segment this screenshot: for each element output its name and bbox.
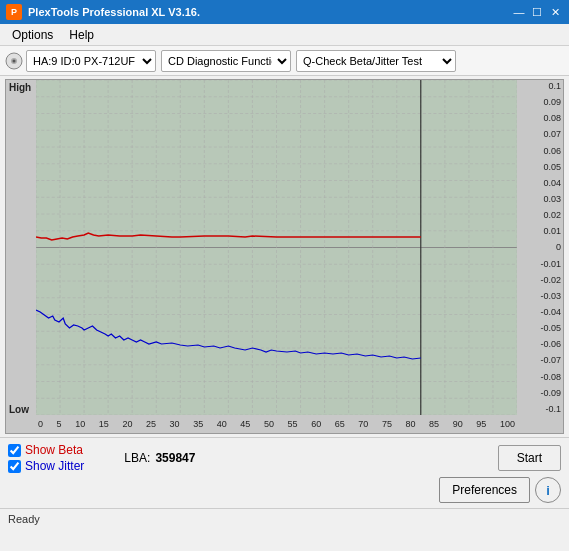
info-button[interactable]: i bbox=[535, 477, 561, 503]
lba-section: LBA: 359847 bbox=[124, 451, 195, 465]
y-axis-labels: 0.1 0.09 0.08 0.07 0.06 0.05 0.04 0.03 0… bbox=[519, 80, 561, 415]
show-jitter-label: Show Jitter bbox=[25, 459, 84, 473]
function-select[interactable]: CD Diagnostic Functions bbox=[161, 50, 291, 72]
show-beta-label: Show Beta bbox=[25, 443, 83, 457]
x-axis-labels: 0 5 10 15 20 25 30 35 40 45 50 55 60 65 … bbox=[36, 415, 517, 433]
status-bar: Ready bbox=[0, 508, 569, 528]
close-button[interactable]: ✕ bbox=[547, 4, 563, 20]
svg-point-2 bbox=[13, 59, 16, 62]
menu-options[interactable]: Options bbox=[4, 26, 61, 44]
start-button[interactable]: Start bbox=[498, 445, 561, 471]
lba-value: 359847 bbox=[155, 451, 195, 465]
menu-help[interactable]: Help bbox=[61, 26, 102, 44]
maximize-button[interactable]: ☐ bbox=[529, 4, 545, 20]
test-select[interactable]: Q-Check Beta/Jitter Test bbox=[296, 50, 456, 72]
bottom-row1: Show Beta Show Jitter LBA: 359847 Start bbox=[8, 443, 561, 473]
show-jitter-checkbox[interactable] bbox=[8, 460, 21, 473]
drive-icon bbox=[5, 52, 23, 70]
app-icon: P bbox=[6, 4, 22, 20]
title-bar-left: P PlexTools Professional XL V3.16. bbox=[6, 4, 200, 20]
minimize-button[interactable]: — bbox=[511, 4, 527, 20]
lba-label: LBA: bbox=[124, 451, 150, 465]
preferences-button[interactable]: Preferences bbox=[439, 477, 530, 503]
menu-bar: Options Help bbox=[0, 24, 569, 46]
bottom-left: Show Beta Show Jitter LBA: 359847 bbox=[8, 443, 195, 473]
chart-svg bbox=[36, 80, 517, 415]
bottom-panel: Show Beta Show Jitter LBA: 359847 Start … bbox=[0, 437, 569, 508]
drive-select[interactable]: HA:9 ID:0 PX-712UF bbox=[26, 50, 156, 72]
y-label-low: Low bbox=[9, 404, 29, 415]
bottom-buttons: Preferences i bbox=[8, 477, 561, 503]
status-text: Ready bbox=[8, 513, 40, 525]
title-bar: P PlexTools Professional XL V3.16. — ☐ ✕ bbox=[0, 0, 569, 24]
show-jitter-row: Show Jitter bbox=[8, 459, 84, 473]
toolbar: HA:9 ID:0 PX-712UF CD Diagnostic Functio… bbox=[0, 46, 569, 76]
show-beta-checkbox[interactable] bbox=[8, 444, 21, 457]
title-bar-controls: — ☐ ✕ bbox=[511, 4, 563, 20]
y-label-high: High bbox=[9, 82, 31, 93]
show-beta-row: Show Beta bbox=[8, 443, 84, 457]
window-title: PlexTools Professional XL V3.16. bbox=[28, 6, 200, 18]
toolbar-drive: HA:9 ID:0 PX-712UF bbox=[5, 50, 156, 72]
chart-wrapper: High Low 0.1 0.09 0.08 0.07 0.06 0.05 0.… bbox=[5, 79, 564, 434]
